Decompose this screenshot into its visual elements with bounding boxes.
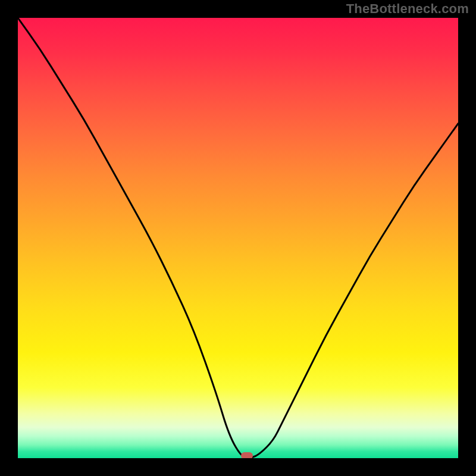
watermark-text: TheBottleneck.com	[346, 1, 469, 17]
optimal-point-marker	[241, 452, 253, 458]
chart-frame: TheBottleneck.com	[0, 0, 476, 476]
bottleneck-curve	[18, 18, 458, 458]
plot-area	[18, 18, 458, 458]
